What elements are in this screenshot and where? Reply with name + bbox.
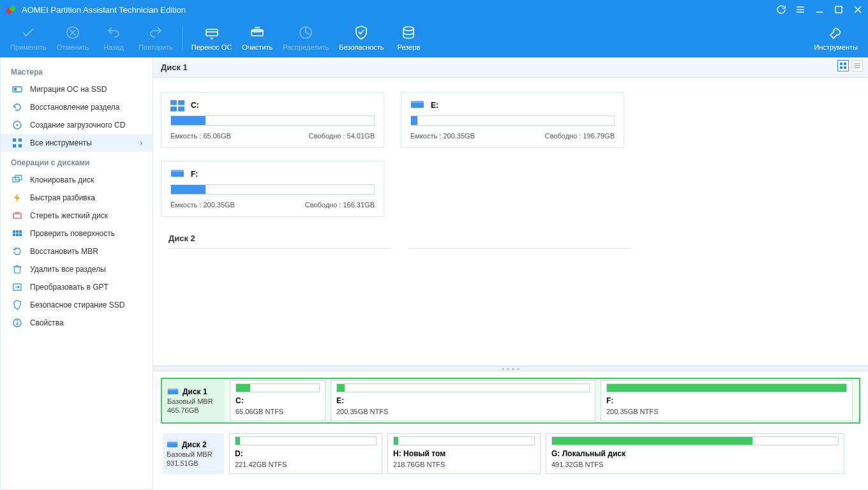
sidebar-item-secure-erase-ssd[interactable]: Безопасное стирание SSD [1, 296, 153, 314]
partition-block[interactable]: F: 200.35GB NTFS [601, 380, 853, 421]
svg-rect-33 [13, 234, 15, 236]
partition-block[interactable]: H: Новый том 218.76GB NTFS [387, 433, 541, 474]
svg-rect-54 [411, 101, 424, 103]
titlebar: AOMEI Partition Assistant Technician Edi… [0, 0, 868, 19]
svg-rect-56 [171, 170, 184, 172]
svg-rect-50 [178, 100, 184, 105]
partition-label: D: [235, 449, 377, 458]
ssd-icon [11, 84, 24, 94]
allocate-icon [297, 24, 314, 41]
svg-rect-49 [170, 100, 177, 105]
redo-button[interactable]: Повторить [133, 22, 178, 55]
partition-block[interactable]: C: 65.06GB NTFS [230, 380, 326, 421]
clone-icon [11, 175, 24, 185]
disk2-card-placeholder [168, 248, 392, 249]
wizards-header: Мастера [1, 61, 153, 80]
backup-button[interactable]: Резерв [389, 22, 428, 55]
partition-capacity: 218.76GB NTFS [393, 461, 535, 468]
svg-rect-35 [19, 234, 22, 236]
tile-view-toggle[interactable] [837, 60, 849, 71]
sidebar-item-delete-all[interactable]: Удалить все разделы [1, 260, 153, 278]
disk-row[interactable]: Диск 2 Базовый MBR 931.51GB D: 221.42GB … [161, 431, 860, 476]
tools-button[interactable]: Инструменты [809, 22, 863, 55]
svg-rect-22 [13, 138, 16, 142]
svg-rect-24 [13, 144, 16, 147]
surface-icon [11, 228, 24, 239]
refresh-icon[interactable] [776, 4, 786, 15]
migrate-os-button[interactable]: Перенос ОС [186, 22, 237, 55]
drive-icon [410, 100, 424, 110]
cancel-button[interactable]: Отменить [52, 22, 94, 55]
svg-rect-44 [840, 66, 842, 69]
menu-icon[interactable] [795, 4, 805, 15]
sidebar-item-quick-partition[interactable]: Быстрая разбивка [1, 189, 153, 207]
cd-icon [11, 120, 24, 130]
disk-icon [167, 441, 178, 449]
sidebar-item-properties[interactable]: Свойства [1, 314, 153, 332]
disk-row[interactable]: Диск 1 Базовый MBR 465.76GB C: 65.06GB N… [161, 378, 860, 424]
partition-block[interactable]: G: Локальный диск 491.32GB NTFS [546, 433, 844, 474]
svg-rect-55 [171, 171, 184, 177]
sidebar-item-clone-disk[interactable]: Клонировать диск [1, 171, 153, 189]
apply-button[interactable]: Применить [5, 22, 52, 55]
disk-name: Диск 1 [183, 387, 207, 396]
sidebar-item-migrate-ssd[interactable]: Миграция ОС на SSD [1, 80, 153, 98]
svg-rect-43 [844, 63, 846, 65]
drive-icon [170, 100, 184, 110]
partition-card[interactable]: C: Ёмкость : 65.06GBСвободно : 54.01GB [161, 92, 384, 148]
partition-card[interactable]: E: Ёмкость : 200.35GBСвободно : 196.79GB [401, 92, 624, 148]
disk1-header: Диск 1 [153, 57, 868, 78]
capacity-label: Ёмкость : 200.35GB [170, 201, 235, 209]
usage-bar [170, 115, 375, 126]
back-button[interactable]: Назад [94, 22, 133, 55]
svg-point-41 [17, 320, 18, 322]
partition-usage-bar [236, 383, 320, 392]
clean-button[interactable]: Очистить [237, 22, 278, 55]
mbr-icon [11, 246, 24, 256]
sidebar-item-rebuild-mbr[interactable]: Восстановить MBR [1, 242, 153, 260]
allocate-button[interactable]: Распределить [278, 22, 334, 55]
list-view-toggle[interactable] [851, 60, 863, 71]
disk-icon [167, 388, 179, 396]
sidebar-item-all-tools[interactable]: Все инструменты › [1, 134, 153, 152]
svg-rect-28 [13, 214, 21, 218]
svg-rect-58 [168, 389, 178, 390]
sidebar-item-surface-test[interactable]: Проверить поверхность [1, 225, 153, 242]
maximize-icon[interactable] [834, 4, 844, 15]
disk-size: 931.51GB [167, 459, 220, 467]
sidebar-item-convert-gpt[interactable]: Преобразовать в GPT [1, 278, 153, 296]
close-icon[interactable] [853, 4, 863, 15]
wrench-icon [828, 24, 844, 41]
svg-rect-57 [168, 390, 178, 394]
svg-rect-31 [16, 230, 19, 233]
app-logo-icon [5, 4, 17, 15]
disk-type: Базовый MBR [167, 450, 220, 458]
app-title: AOMEI Partition Assistant Technician Edi… [22, 5, 776, 15]
free-label: Свободно : 196.79GB [545, 132, 615, 140]
svg-rect-23 [19, 138, 22, 142]
splitter-handle[interactable] [153, 366, 868, 371]
lightning-icon [11, 193, 24, 203]
minimize-icon[interactable] [814, 4, 825, 15]
partition-label: H: Новый том [393, 449, 535, 458]
security-button[interactable]: Безопасность [334, 22, 389, 55]
partition-usage-bar [551, 436, 839, 445]
partition-block[interactable]: D: 221.42GB NTFS [229, 433, 382, 474]
sidebar-item-wipe-disk[interactable]: Стереть жесткий диск [1, 207, 153, 225]
sidebar-item-boot-cd[interactable]: Создание загрузочного CD [1, 116, 153, 134]
svg-point-1 [10, 6, 15, 11]
clean-icon [249, 24, 266, 41]
redo-icon [147, 24, 164, 41]
partition-usage-bar [393, 436, 535, 445]
partition-label: C: [236, 396, 320, 405]
partition-block[interactable]: E: 200.35GB NTFS [331, 380, 595, 421]
drive-icon [170, 169, 184, 179]
svg-rect-52 [178, 107, 184, 112]
partition-card[interactable]: F: Ёмкость : 200.35GBСвободно : 166.31GB [161, 161, 384, 217]
svg-rect-60 [167, 442, 177, 443]
partition-usage-bar [606, 383, 847, 392]
main-area: Диск 1 C: Ёмкость : 65.06GBСвободно : 54… [153, 57, 868, 490]
wipe-icon [11, 211, 24, 221]
svg-point-17 [403, 27, 414, 31]
sidebar-item-recover-partition[interactable]: Восстановление раздела [1, 98, 153, 116]
